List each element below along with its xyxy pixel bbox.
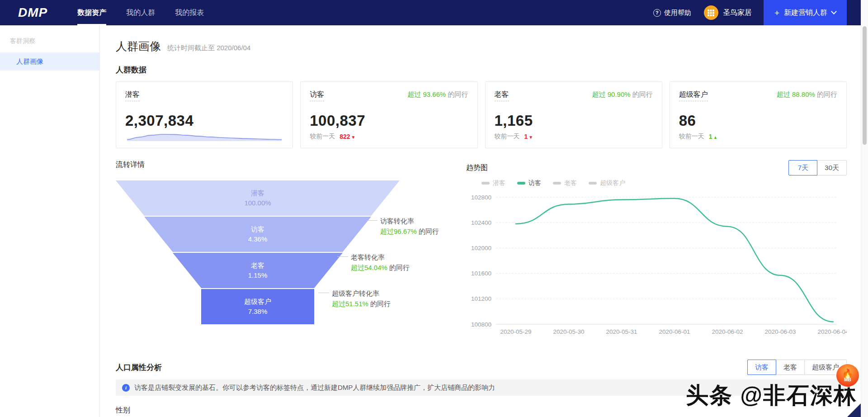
info-icon: i <box>122 384 130 392</box>
legend-item-potential[interactable]: 潜客 <box>481 179 505 187</box>
section-title-audience-data: 人群数据 <box>116 65 847 75</box>
plus-icon: + <box>774 9 779 17</box>
watermark-badge: 🔥 MB <box>836 364 859 387</box>
funnel-annotation-super-rate: 超级客户转化率 超过51.51% 的同行 <box>332 288 391 309</box>
stat-card-visitors: 访客 超过 93.66% 的同行 100,837 较前一天 822▼ <box>300 81 477 148</box>
svg-text:102400: 102400 <box>471 219 491 226</box>
info-banner-text: 访客是店铺裂变发展的基石。你可以参考访客的标签特点，通过新建DMP人群继续加强品… <box>134 384 495 392</box>
trend-header: 趋势图 7天 30天 <box>466 160 847 175</box>
arrow-down-icon: ▼ <box>528 135 533 140</box>
sidebar-item-audience-portrait[interactable]: 人群画像 <box>0 52 99 71</box>
funnel-annotation-returning-rate: 老客转化率 超过54.04% 的同行 <box>351 252 410 273</box>
section-title-demographics: 人口属性分析 <box>116 362 162 373</box>
legend-item-returning[interactable]: 老客 <box>553 179 577 187</box>
stat-card-label[interactable]: 超级客户 <box>679 90 708 101</box>
help-label: 使用帮助 <box>664 9 691 17</box>
svg-text:2020-06-02: 2020-06-02 <box>712 328 743 335</box>
legend-item-super-customers[interactable]: 超级客户 <box>589 179 625 187</box>
avatar <box>704 5 718 20</box>
grid-avatar-icon <box>708 9 714 16</box>
nav-item-my-reports[interactable]: 我的报表 <box>165 0 214 25</box>
scrollbar-track[interactable] <box>861 0 868 417</box>
funnel-chart: 潜客100.00% 访客4.36% 老客1.15% 超级客户7.38% 访客转化… <box>116 180 457 330</box>
day-over-day-delta: 较前一天 1▼ <box>495 133 533 141</box>
stat-card-label[interactable]: 潜客 <box>125 90 140 101</box>
svg-text:2020-06-04: 2020-06-04 <box>817 328 847 335</box>
stat-card-value: 1,165 <box>495 112 653 129</box>
charts-row: 流转详情 潜客100.00% 访客4.36% 老客1.15% 超级客户7.38% <box>116 160 847 339</box>
svg-text:101600: 101600 <box>471 270 491 277</box>
svg-text:2020-05-31: 2020-05-31 <box>606 328 637 335</box>
arrow-down-icon: ▼ <box>351 135 356 140</box>
stat-card-potential: 潜客 2,307,834 <box>116 81 293 148</box>
trend-section: 趋势图 7天 30天 潜客 访客 老客 <box>466 160 847 339</box>
stat-card-label[interactable]: 访客 <box>310 90 324 101</box>
main-nav: 数据资产 我的人群 我的报表 <box>67 0 214 25</box>
stat-card-label[interactable]: 老客 <box>495 90 509 101</box>
svg-text:2020-05-29: 2020-05-29 <box>500 328 531 335</box>
stat-card-super-customers: 超级客户 超过 88.80% 的同行 86 较前一天 1▲ <box>670 81 847 148</box>
stat-cards-row: 潜客 2,307,834 访客 超过 93.66% 的同行 100,837 较前… <box>116 81 847 148</box>
legend-swatch <box>481 182 490 185</box>
help-link[interactable]: ? 使用帮助 <box>653 9 691 17</box>
peer-comparison: 超过 90.90% 的同行 <box>592 90 653 99</box>
funnel-stage-potential: 潜客100.00% <box>116 180 400 216</box>
navbar-right: ? 使用帮助 圣鸟家居 + 新建营销人群 <box>653 0 861 25</box>
svg-text:100800: 100800 <box>471 321 491 328</box>
stat-card-value: 86 <box>679 112 837 129</box>
watermark: 🔥 MB 头条 @非石深林 <box>686 380 857 411</box>
demographics-header: 人口属性分析 访客 老客 超级客户 <box>116 360 847 375</box>
arrow-up-icon: ▲ <box>713 135 718 140</box>
scrollbar-thumb[interactable] <box>863 26 867 145</box>
section-title-trend: 趋势图 <box>466 163 488 173</box>
day-over-day-delta: 较前一天 822▼ <box>310 133 355 141</box>
svg-text:102800: 102800 <box>471 194 491 201</box>
page-header: 人群画像 统计时间截止至 2020/06/04 <box>116 39 847 54</box>
top-navbar: DMP 数据资产 我的人群 我的报表 ? 使用帮助 <box>0 0 861 25</box>
main-content: 人群画像 统计时间截止至 2020/06/04 人群数据 潜客 2,307,83… <box>100 25 861 417</box>
page-subtitle: 统计时间截止至 2020/06/04 <box>167 44 250 52</box>
nav-item-my-audiences[interactable]: 我的人群 <box>116 0 165 25</box>
create-button-label: 新建营销人群 <box>784 8 827 18</box>
page-title: 人群画像 <box>116 39 161 54</box>
legend-swatch <box>589 182 597 185</box>
day-over-day-delta: 较前一天 1▲ <box>679 133 718 141</box>
peer-comparison: 超过 93.66% 的同行 <box>407 90 468 99</box>
account-name: 圣鸟家居 <box>723 8 752 18</box>
nav-item-label: 我的人群 <box>126 8 155 18</box>
stat-card-returning: 老客 超过 90.90% 的同行 1,165 较前一天 1▼ <box>485 81 662 148</box>
sidebar: 客群洞察 人群画像 <box>0 25 100 417</box>
nav-item-label: 数据资产 <box>77 8 106 18</box>
nav-item-label: 我的报表 <box>175 8 204 18</box>
demographics-tabs: 访客 老客 超级客户 <box>747 360 847 375</box>
nav-item-data-assets[interactable]: 数据资产 <box>67 0 116 25</box>
section-title-funnel: 流转详情 <box>116 160 457 170</box>
sparkline-chart <box>125 131 283 142</box>
create-marketing-audience-button[interactable]: + 新建营销人群 <box>764 0 847 25</box>
watermark-text: 头条 @非石深林 <box>686 380 857 411</box>
svg-text:102000: 102000 <box>471 245 491 251</box>
trend-range-switch: 7天 30天 <box>788 160 847 175</box>
chevron-down-icon <box>831 9 837 14</box>
svg-text:2020-05-30: 2020-05-30 <box>553 328 584 335</box>
svg-text:2020-06-01: 2020-06-01 <box>659 328 690 335</box>
dmp-logo[interactable]: DMP <box>18 5 47 20</box>
range-button-7d[interactable]: 7天 <box>788 160 817 175</box>
svg-text:2020-06-03: 2020-06-03 <box>764 328 796 335</box>
flame-icon: 🔥 <box>842 369 854 378</box>
funnel-section: 流转详情 潜客100.00% 访客4.36% 老客1.15% 超级客户7.38% <box>116 160 457 339</box>
corner-triangle <box>847 403 861 417</box>
tab-returning[interactable]: 老客 <box>776 360 805 375</box>
legend-item-visitors[interactable]: 访客 <box>517 179 541 187</box>
funnel-stage-visitors: 访客4.36% <box>116 217 400 252</box>
legend-swatch <box>517 182 525 185</box>
account-menu[interactable]: 圣鸟家居 <box>704 5 752 20</box>
tab-visitors[interactable]: 访客 <box>747 360 776 375</box>
stat-card-value: 2,307,834 <box>125 112 283 129</box>
range-button-30d[interactable]: 30天 <box>817 160 847 175</box>
svg-text:101200: 101200 <box>471 295 491 302</box>
legend-swatch <box>553 182 561 185</box>
watermark-badge-text: MB <box>844 377 851 382</box>
sidebar-item-label: 人群画像 <box>16 57 43 66</box>
funnel-annotation-visitor-rate: 访客转化率 超过96.67% 的同行 <box>380 216 439 237</box>
